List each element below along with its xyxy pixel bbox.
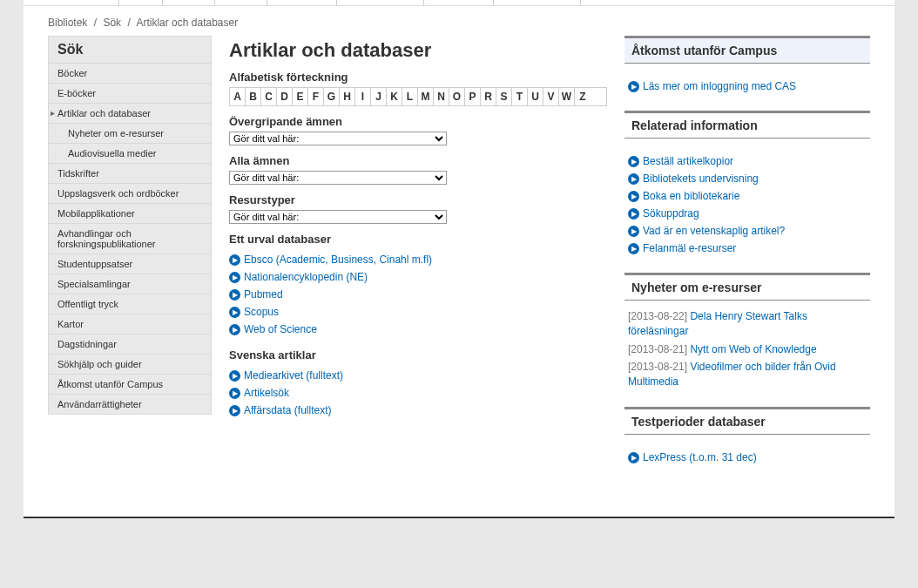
- alpha-letter[interactable]: V: [543, 88, 559, 105]
- relaterad-link[interactable]: Boka en bibliotekarie: [643, 190, 739, 202]
- urval-link[interactable]: Pubmed: [244, 288, 283, 301]
- sidenav-title: Sök: [48, 36, 212, 64]
- page-title: Artiklar och databaser: [229, 39, 607, 62]
- sidenav-item[interactable]: Mobilapplikationer: [49, 204, 211, 224]
- svenska-item: ▶Artikelsök: [229, 382, 607, 400]
- sidenav-item[interactable]: Dagstidningar: [49, 335, 211, 355]
- urval-link[interactable]: Ebsco (Academic, Business, Cinahl m.fl): [244, 253, 432, 266]
- arrow-right-icon: ▶: [229, 289, 240, 301]
- news-link[interactable]: Nytt om Web of Knowledge: [690, 343, 816, 355]
- alpha-letter[interactable]: P: [465, 88, 481, 105]
- relaterad-item: ▶Felanmäl e-resurser: [628, 238, 867, 255]
- relaterad-link[interactable]: Sökuppdrag: [643, 207, 699, 220]
- urval-link[interactable]: Scopus: [244, 306, 279, 318]
- svenska-link[interactable]: Affärsdata (fulltext): [244, 404, 332, 416]
- alpha-letter[interactable]: G: [324, 88, 340, 105]
- news-date: [2013-08-21]: [628, 361, 690, 373]
- relaterad-link[interactable]: Felanmäl e-resurser: [643, 242, 736, 254]
- alpha-letter[interactable]: U: [528, 88, 543, 105]
- alpha-letter[interactable]: I: [355, 88, 371, 105]
- box-nyheter: Nyheter om e-resurser [2013-08-22] Dela …: [624, 273, 870, 389]
- arrow-right-icon: ▶: [628, 243, 639, 254]
- alpha-letter[interactable]: T: [512, 88, 528, 105]
- arrow-right-icon: ▶: [229, 405, 240, 416]
- box-title: Åtkomst utanför Campus: [624, 36, 870, 64]
- sidenav-item[interactable]: E-böcker: [49, 84, 211, 104]
- svenska-item: ▶Affärsdata (fulltext): [229, 400, 607, 417]
- alpha-letter[interactable]: K: [387, 88, 402, 105]
- alpha-letter[interactable]: H: [340, 88, 355, 105]
- alpha-letter[interactable]: Z: [575, 88, 591, 105]
- sidenav-item[interactable]: Kartor: [49, 314, 211, 335]
- alpha-letter[interactable]: A: [230, 88, 246, 105]
- footer-divider: [24, 517, 894, 518]
- alpha-letter[interactable]: W: [559, 88, 575, 105]
- testperiod-item: ▶LexPress (t.o.m. 31 dec): [628, 447, 867, 464]
- breadcrumb-link[interactable]: Bibliotek: [48, 17, 87, 29]
- sidenav-item[interactable]: Audiovisuella medier: [49, 144, 211, 164]
- alpha-letter[interactable]: F: [308, 88, 324, 105]
- section-svenska: Svenska artiklar: [229, 348, 607, 362]
- sidenav-item[interactable]: Avhandlingar och forskningspublikationer: [49, 224, 211, 254]
- sidenav-item[interactable]: Nyheter om e-resurser: [49, 124, 211, 144]
- sidenav-item[interactable]: Böcker: [49, 64, 211, 84]
- alpha-letter[interactable]: L: [402, 88, 418, 105]
- sidenav-item[interactable]: Sökhjälp och guider: [49, 355, 211, 375]
- section-amnen: Alla ämnen: [229, 154, 607, 167]
- box-title: Relaterad information: [624, 111, 870, 139]
- select-amnen[interactable]: Gör ditt val här:: [229, 171, 447, 185]
- news-date: [2013-08-21]: [628, 343, 690, 355]
- alpha-letter[interactable]: D: [277, 88, 293, 105]
- relaterad-item: ▶Boka en bibliotekarie: [628, 186, 867, 203]
- sidenav-item[interactable]: Användarrättigheter: [49, 395, 211, 415]
- alpha-letter[interactable]: S: [496, 88, 512, 105]
- sidenav-item[interactable]: Åtkomst utanför Campus: [49, 375, 211, 395]
- alpha-letter[interactable]: N: [434, 88, 449, 105]
- breadcrumb: Bibliotek / Sök / Artiklar och databaser: [24, 6, 894, 36]
- testperioder-list: ▶LexPress (t.o.m. 31 dec): [628, 447, 867, 464]
- alpha-letter[interactable]: O: [449, 88, 465, 105]
- sidenav-item[interactable]: Specialsamlingar: [49, 274, 211, 294]
- sidenav-item[interactable]: Offentligt tryck: [49, 294, 211, 314]
- relaterad-link[interactable]: Bibliotekets undervisning: [643, 172, 759, 185]
- arrow-right-icon: ▶: [628, 173, 639, 185]
- box-relaterad: Relaterad information ▶Beställ artikelko…: [624, 111, 870, 255]
- alpha-letter[interactable]: J: [371, 88, 387, 105]
- testperiod-link[interactable]: LexPress (t.o.m. 31 dec): [643, 451, 757, 463]
- alpha-heading: Alfabetisk förteckning: [229, 71, 607, 84]
- urval-list: ▶Ebsco (Academic, Business, Cinahl m.fl)…: [229, 249, 607, 336]
- urval-item: ▶Scopus: [229, 301, 607, 319]
- breadcrumb-current: Artiklar och databaser: [136, 17, 238, 29]
- arrow-right-icon: ▶: [229, 272, 240, 283]
- svenska-link[interactable]: Artikelsök: [244, 387, 289, 399]
- sidenav-item[interactable]: Studentuppsatser: [49, 254, 211, 274]
- urval-link[interactable]: Nationalencyklopedin (NE): [244, 271, 368, 283]
- relaterad-item: ▶Beställ artikelkopior: [628, 151, 867, 168]
- urval-item: ▶Ebsco (Academic, Business, Cinahl m.fl): [229, 249, 607, 267]
- relaterad-item: ▶Vad är en vetenskaplig artikel?: [628, 220, 867, 238]
- sidenav-item[interactable]: Uppslagsverk och ordböcker: [49, 184, 211, 204]
- arrow-right-icon: ▶: [628, 191, 639, 202]
- arrow-right-icon: ▶: [229, 370, 240, 382]
- relaterad-link[interactable]: Vad är en vetenskaplig artikel?: [643, 225, 785, 237]
- breadcrumb-link[interactable]: Sök: [103, 17, 121, 29]
- cas-link[interactable]: Läs mer om inloggning med CAS: [643, 80, 796, 92]
- svenska-link[interactable]: Mediearkivet (fulltext): [244, 369, 343, 382]
- alpha-letter[interactable]: E: [293, 88, 308, 105]
- relaterad-list: ▶Beställ artikelkopior▶Bibliotekets unde…: [628, 151, 867, 255]
- sidenav-item[interactable]: Artiklar och databaser: [49, 104, 211, 124]
- alpha-letter[interactable]: R: [481, 88, 496, 105]
- arrow-right-icon: ▶: [628, 156, 639, 167]
- select-overgripande[interactable]: Gör ditt val här:: [229, 132, 447, 145]
- news-item: [2013-08-22] Dela Henry Stewart Talks fö…: [628, 309, 867, 339]
- urval-item: ▶Pubmed: [229, 284, 607, 301]
- arrow-right-icon: ▶: [628, 81, 639, 92]
- alpha-letter[interactable]: M: [418, 88, 434, 105]
- urval-link[interactable]: Web of Science: [244, 323, 317, 335]
- alpha-letter[interactable]: C: [261, 88, 277, 105]
- sidenav: BöckerE-böckerArtiklar och databaserNyhe…: [48, 64, 212, 415]
- alpha-letter[interactable]: B: [246, 88, 261, 105]
- relaterad-link[interactable]: Beställ artikelkopior: [643, 155, 733, 167]
- sidenav-item[interactable]: Tidskrifter: [49, 164, 211, 184]
- select-resurstyper[interactable]: Gör ditt val här:: [229, 210, 447, 224]
